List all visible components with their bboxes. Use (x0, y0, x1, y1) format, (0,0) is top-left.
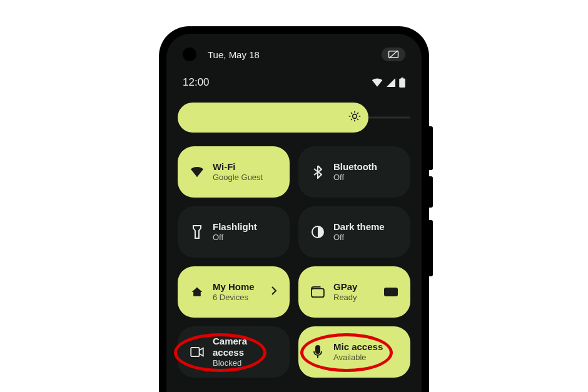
tile-subtitle: Off (333, 173, 398, 183)
tile-bluetooth[interactable]: Bluetooth Off (298, 146, 410, 198)
cast-off-icon[interactable] (382, 48, 405, 61)
camera-cutout (183, 48, 196, 61)
status-time: 12:00 (183, 76, 210, 89)
tile-subtitle: Ready (333, 293, 375, 303)
flashlight-icon (190, 225, 204, 239)
tile-gpay[interactable]: GPay Ready (298, 266, 410, 318)
tile-title: Flashlight (213, 221, 277, 233)
tile-dark-theme[interactable]: Dark theme Off (298, 206, 410, 258)
tile-camera-access[interactable]: Camera access Blocked (178, 326, 290, 378)
home-icon (190, 285, 204, 299)
tile-title: Mic access (333, 341, 398, 353)
status-icons (372, 78, 405, 88)
tile-title: Bluetooth (333, 161, 398, 173)
svg-line-9 (357, 113, 358, 114)
svg-point-4 (353, 114, 357, 119)
svg-rect-3 (401, 78, 403, 79)
tile-subtitle: Off (213, 233, 277, 243)
tile-subtitle: 6 Devices (213, 293, 262, 303)
phone-frame: Tue, May 18 12:00 (159, 26, 429, 392)
svg-rect-14 (312, 289, 324, 298)
svg-line-10 (351, 119, 352, 120)
card-icon (384, 288, 398, 296)
brightness-slider[interactable] (178, 103, 410, 133)
tile-flashlight[interactable]: Flashlight Off (178, 206, 290, 258)
chevron-right-icon (271, 286, 277, 298)
brightness-icon (348, 110, 361, 125)
side-button (429, 176, 433, 208)
tile-subtitle: Off (333, 233, 398, 243)
svg-line-1 (389, 51, 398, 58)
tile-mic-access[interactable]: Mic access Available (298, 326, 410, 378)
tile-subtitle: Available (333, 353, 398, 363)
wifi-status-icon (372, 78, 383, 87)
status-bar-time: 12:00 (183, 76, 405, 89)
phone-screen: Tue, May 18 12:00 (166, 34, 422, 392)
tile-wifi[interactable]: Wi-Fi Google Guest (178, 146, 290, 198)
status-date: Tue, May 18 (208, 49, 260, 60)
bluetooth-icon (311, 165, 325, 179)
tile-title: My Home (213, 281, 262, 293)
dark-theme-icon (311, 225, 325, 239)
tile-title: Camera access (213, 336, 277, 358)
tile-home[interactable]: My Home 6 Devices (178, 266, 290, 318)
tile-subtitle: Google Guest (213, 173, 277, 183)
camera-icon (190, 345, 204, 359)
tile-title: Wi-Fi (213, 161, 277, 173)
side-button (429, 126, 433, 170)
status-bar-top: Tue, May 18 (208, 48, 405, 61)
svg-line-12 (351, 113, 352, 114)
side-button (429, 220, 433, 276)
tile-subtitle: Blocked (213, 358, 277, 368)
wifi-icon (190, 165, 204, 179)
svg-rect-16 (316, 346, 320, 353)
svg-line-11 (357, 119, 358, 120)
svg-rect-15 (191, 348, 199, 356)
mic-icon (311, 345, 325, 359)
tile-title: Dark theme (333, 221, 398, 233)
battery-status-icon (399, 78, 405, 88)
svg-rect-2 (399, 79, 405, 88)
tile-title: GPay (333, 281, 375, 293)
signal-status-icon (387, 78, 395, 87)
wallet-icon (311, 285, 325, 299)
